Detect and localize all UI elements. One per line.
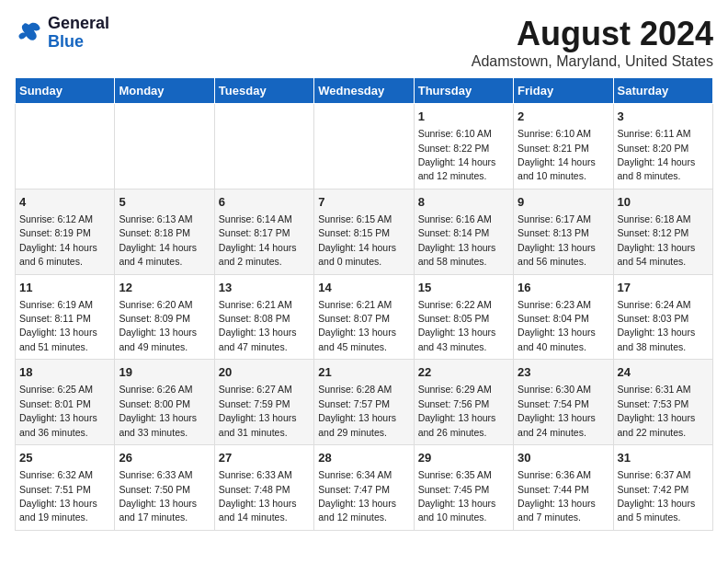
day-info: Sunrise: 6:32 AM Sunset: 7:51 PM Dayligh… — [19, 469, 97, 523]
day-info: Sunrise: 6:37 AM Sunset: 7:42 PM Dayligh… — [618, 469, 696, 523]
day-cell: 16Sunrise: 6:23 AM Sunset: 8:04 PM Dayli… — [514, 274, 613, 360]
day-cell: 13Sunrise: 6:21 AM Sunset: 8:08 PM Dayli… — [214, 274, 313, 360]
header-cell-friday: Friday — [514, 78, 613, 104]
day-number: 25 — [19, 450, 110, 466]
day-number: 13 — [219, 280, 310, 296]
day-cell: 23Sunrise: 6:30 AM Sunset: 7:54 PM Dayli… — [514, 360, 613, 445]
day-info: Sunrise: 6:30 AM Sunset: 7:54 PM Dayligh… — [518, 384, 596, 437]
day-cell: 26Sunrise: 6:33 AM Sunset: 7:50 PM Dayli… — [115, 445, 214, 531]
day-number: 1 — [418, 109, 509, 125]
day-info: Sunrise: 6:33 AM Sunset: 7:50 PM Dayligh… — [119, 469, 197, 523]
day-info: Sunrise: 6:27 AM Sunset: 7:59 PM Dayligh… — [219, 384, 297, 437]
header: General Blue August 2024 Adamstown, Mary… — [15, 15, 713, 70]
day-number: 20 — [219, 364, 310, 381]
day-cell: 4Sunrise: 6:12 AM Sunset: 8:19 PM Daylig… — [16, 189, 115, 274]
day-number: 21 — [318, 364, 409, 381]
day-number: 9 — [518, 194, 609, 211]
week-row-2: 11Sunrise: 6:19 AM Sunset: 8:11 PM Dayli… — [16, 274, 713, 360]
day-cell: 22Sunrise: 6:29 AM Sunset: 7:56 PM Dayli… — [414, 360, 513, 445]
day-info: Sunrise: 6:18 AM Sunset: 8:12 PM Dayligh… — [618, 213, 696, 267]
day-number: 16 — [518, 280, 609, 296]
day-info: Sunrise: 6:24 AM Sunset: 8:03 PM Dayligh… — [618, 299, 696, 352]
day-cell: 7Sunrise: 6:15 AM Sunset: 8:15 PM Daylig… — [314, 189, 414, 274]
day-info: Sunrise: 6:20 AM Sunset: 8:09 PM Dayligh… — [119, 299, 197, 352]
day-info: Sunrise: 6:19 AM Sunset: 8:11 PM Dayligh… — [19, 299, 97, 352]
day-number: 5 — [119, 194, 210, 211]
day-number: 7 — [318, 194, 409, 211]
day-info: Sunrise: 6:17 AM Sunset: 8:13 PM Dayligh… — [518, 213, 596, 267]
day-cell: 1Sunrise: 6:10 AM Sunset: 8:22 PM Daylig… — [414, 104, 513, 190]
day-number: 3 — [618, 109, 709, 125]
day-info: Sunrise: 6:23 AM Sunset: 8:04 PM Dayligh… — [518, 299, 596, 352]
day-number: 18 — [19, 364, 110, 381]
day-number: 29 — [418, 450, 509, 466]
day-cell: 29Sunrise: 6:35 AM Sunset: 7:45 PM Dayli… — [414, 445, 513, 531]
main-title: August 2024 — [472, 15, 713, 53]
header-cell-sunday: Sunday — [16, 78, 115, 104]
day-cell — [115, 104, 214, 190]
day-number: 22 — [418, 364, 509, 381]
week-row-1: 4Sunrise: 6:12 AM Sunset: 8:19 PM Daylig… — [16, 189, 713, 274]
header-cell-tuesday: Tuesday — [214, 78, 313, 104]
day-number: 6 — [219, 194, 310, 211]
day-cell: 15Sunrise: 6:22 AM Sunset: 8:05 PM Dayli… — [414, 274, 513, 360]
day-cell: 14Sunrise: 6:21 AM Sunset: 8:07 PM Dayli… — [314, 274, 414, 360]
day-number: 23 — [518, 364, 609, 381]
day-cell: 28Sunrise: 6:34 AM Sunset: 7:47 PM Dayli… — [314, 445, 414, 531]
header-cell-monday: Monday — [115, 78, 214, 104]
day-cell: 8Sunrise: 6:16 AM Sunset: 8:14 PM Daylig… — [414, 189, 513, 274]
day-cell: 19Sunrise: 6:26 AM Sunset: 8:00 PM Dayli… — [115, 360, 214, 445]
day-info: Sunrise: 6:14 AM Sunset: 8:17 PM Dayligh… — [219, 213, 297, 267]
header-row: SundayMondayTuesdayWednesdayThursdayFrid… — [16, 78, 713, 104]
day-cell: 25Sunrise: 6:32 AM Sunset: 7:51 PM Dayli… — [16, 445, 115, 531]
day-number: 24 — [618, 364, 709, 381]
day-number: 8 — [418, 194, 509, 211]
day-cell: 20Sunrise: 6:27 AM Sunset: 7:59 PM Dayli… — [214, 360, 313, 445]
day-cell — [214, 104, 313, 190]
day-cell: 6Sunrise: 6:14 AM Sunset: 8:17 PM Daylig… — [214, 189, 313, 274]
logo-text-general: General — [48, 15, 109, 33]
day-info: Sunrise: 6:33 AM Sunset: 7:48 PM Dayligh… — [219, 469, 297, 523]
calendar-body: 1Sunrise: 6:10 AM Sunset: 8:22 PM Daylig… — [16, 104, 713, 531]
week-row-4: 25Sunrise: 6:32 AM Sunset: 7:51 PM Dayli… — [16, 445, 713, 531]
day-info: Sunrise: 6:16 AM Sunset: 8:14 PM Dayligh… — [418, 213, 496, 267]
day-info: Sunrise: 6:26 AM Sunset: 8:00 PM Dayligh… — [119, 384, 197, 437]
day-info: Sunrise: 6:35 AM Sunset: 7:45 PM Dayligh… — [418, 469, 496, 523]
day-number: 2 — [518, 109, 609, 125]
subtitle: Adamstown, Maryland, United States — [472, 53, 713, 70]
day-cell: 31Sunrise: 6:37 AM Sunset: 7:42 PM Dayli… — [613, 445, 712, 531]
day-number: 4 — [19, 194, 110, 211]
day-info: Sunrise: 6:29 AM Sunset: 7:56 PM Dayligh… — [418, 384, 496, 437]
day-info: Sunrise: 6:21 AM Sunset: 8:08 PM Dayligh… — [219, 299, 297, 352]
day-number: 11 — [19, 280, 110, 296]
logo-icon — [15, 18, 44, 48]
day-info: Sunrise: 6:21 AM Sunset: 8:07 PM Dayligh… — [318, 299, 396, 352]
day-number: 15 — [418, 280, 509, 296]
day-number: 14 — [318, 280, 409, 296]
calendar-table: SundayMondayTuesdayWednesdayThursdayFrid… — [15, 77, 713, 531]
day-cell: 30Sunrise: 6:36 AM Sunset: 7:44 PM Dayli… — [514, 445, 613, 531]
day-number: 27 — [219, 450, 310, 466]
day-info: Sunrise: 6:31 AM Sunset: 7:53 PM Dayligh… — [618, 384, 696, 437]
day-number: 30 — [518, 450, 609, 466]
day-number: 26 — [119, 450, 210, 466]
week-row-0: 1Sunrise: 6:10 AM Sunset: 8:22 PM Daylig… — [16, 104, 713, 190]
day-cell: 18Sunrise: 6:25 AM Sunset: 8:01 PM Dayli… — [16, 360, 115, 445]
calendar-header: SundayMondayTuesdayWednesdayThursdayFrid… — [16, 78, 713, 104]
day-number: 19 — [119, 364, 210, 381]
day-info: Sunrise: 6:25 AM Sunset: 8:01 PM Dayligh… — [19, 384, 97, 437]
day-info: Sunrise: 6:36 AM Sunset: 7:44 PM Dayligh… — [518, 469, 596, 523]
day-cell: 3Sunrise: 6:11 AM Sunset: 8:20 PM Daylig… — [613, 104, 712, 190]
header-cell-saturday: Saturday — [613, 78, 712, 104]
day-cell: 12Sunrise: 6:20 AM Sunset: 8:09 PM Dayli… — [115, 274, 214, 360]
day-cell: 11Sunrise: 6:19 AM Sunset: 8:11 PM Dayli… — [16, 274, 115, 360]
day-cell: 10Sunrise: 6:18 AM Sunset: 8:12 PM Dayli… — [613, 189, 712, 274]
day-info: Sunrise: 6:12 AM Sunset: 8:19 PM Dayligh… — [19, 213, 97, 267]
day-info: Sunrise: 6:13 AM Sunset: 8:18 PM Dayligh… — [119, 213, 197, 267]
title-area: August 2024 Adamstown, Maryland, United … — [472, 15, 713, 70]
day-info: Sunrise: 6:11 AM Sunset: 8:20 PM Dayligh… — [618, 128, 696, 181]
day-cell: 2Sunrise: 6:10 AM Sunset: 8:21 PM Daylig… — [514, 104, 613, 190]
day-cell: 9Sunrise: 6:17 AM Sunset: 8:13 PM Daylig… — [514, 189, 613, 274]
day-number: 28 — [318, 450, 409, 466]
day-info: Sunrise: 6:34 AM Sunset: 7:47 PM Dayligh… — [318, 469, 396, 523]
